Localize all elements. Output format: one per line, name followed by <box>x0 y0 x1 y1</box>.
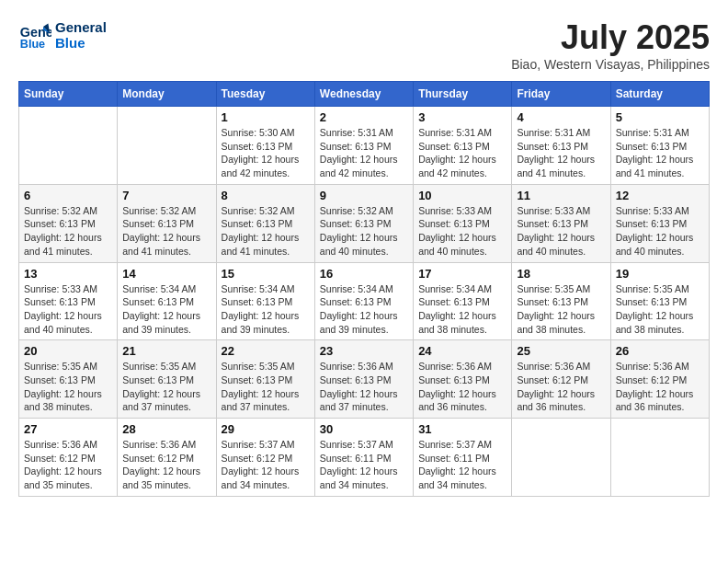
calendar-cell: 1Sunrise: 5:30 AMSunset: 6:13 PMDaylight… <box>216 107 314 185</box>
calendar-cell: 2Sunrise: 5:31 AMSunset: 6:13 PMDaylight… <box>314 107 413 185</box>
calendar-header-row: SundayMondayTuesdayWednesdayThursdayFrid… <box>19 82 710 107</box>
calendar-cell: 29Sunrise: 5:37 AMSunset: 6:12 PMDayligh… <box>216 419 314 497</box>
calendar-cell <box>512 419 610 497</box>
day-number: 4 <box>517 110 605 124</box>
calendar-cell: 14Sunrise: 5:34 AMSunset: 6:13 PMDayligh… <box>118 262 216 340</box>
calendar-week-row: 27Sunrise: 5:36 AMSunset: 6:12 PMDayligh… <box>19 419 710 497</box>
day-info: Sunrise: 5:36 AMSunset: 6:12 PMDaylight:… <box>24 438 112 492</box>
calendar-cell <box>118 107 216 185</box>
calendar-cell: 21Sunrise: 5:35 AMSunset: 6:13 PMDayligh… <box>118 340 216 419</box>
day-info: Sunrise: 5:37 AMSunset: 6:11 PMDaylight:… <box>320 438 408 492</box>
day-number: 28 <box>122 422 210 436</box>
day-number: 31 <box>418 422 506 436</box>
day-number: 8 <box>222 189 310 202</box>
day-info: Sunrise: 5:33 AMSunset: 6:13 PMDaylight:… <box>517 204 605 259</box>
day-info: Sunrise: 5:34 AMSunset: 6:13 PMDaylight:… <box>418 282 506 337</box>
calendar-cell: 20Sunrise: 5:35 AMSunset: 6:13 PMDayligh… <box>19 340 118 419</box>
day-info: Sunrise: 5:37 AMSunset: 6:12 PMDaylight:… <box>222 438 310 492</box>
month-title: July 2025 <box>511 18 710 57</box>
weekday-header: Thursday <box>414 82 512 107</box>
calendar-cell: 9Sunrise: 5:32 AMSunset: 6:13 PMDaylight… <box>314 184 413 262</box>
day-number: 25 <box>517 344 605 358</box>
day-number: 22 <box>222 344 310 358</box>
day-number: 29 <box>222 422 310 436</box>
day-info: Sunrise: 5:35 AMSunset: 6:13 PMDaylight:… <box>24 360 112 414</box>
day-number: 23 <box>320 344 408 358</box>
day-number: 10 <box>418 189 506 202</box>
day-info: Sunrise: 5:35 AMSunset: 6:13 PMDaylight:… <box>222 360 310 414</box>
calendar-cell: 26Sunrise: 5:36 AMSunset: 6:12 PMDayligh… <box>610 340 709 419</box>
day-info: Sunrise: 5:31 AMSunset: 6:13 PMDaylight:… <box>418 126 506 180</box>
day-info: Sunrise: 5:33 AMSunset: 6:13 PMDaylight:… <box>24 282 112 337</box>
calendar-cell: 25Sunrise: 5:36 AMSunset: 6:12 PMDayligh… <box>512 340 610 419</box>
weekday-header: Sunday <box>19 82 118 107</box>
calendar-cell: 17Sunrise: 5:34 AMSunset: 6:13 PMDayligh… <box>414 262 512 340</box>
calendar-week-row: 20Sunrise: 5:35 AMSunset: 6:13 PMDayligh… <box>19 340 710 419</box>
calendar-week-row: 1Sunrise: 5:30 AMSunset: 6:13 PMDaylight… <box>19 107 710 185</box>
day-info: Sunrise: 5:33 AMSunset: 6:13 PMDaylight:… <box>418 204 506 259</box>
day-number: 20 <box>24 344 112 358</box>
day-number: 3 <box>418 110 506 124</box>
day-number: 1 <box>222 110 310 124</box>
day-info: Sunrise: 5:36 AMSunset: 6:12 PMDaylight:… <box>616 360 704 414</box>
calendar-cell: 10Sunrise: 5:33 AMSunset: 6:13 PMDayligh… <box>414 184 512 262</box>
day-number: 11 <box>517 189 605 202</box>
location: Biao, Western Visayas, Philippines <box>511 57 710 72</box>
weekday-header: Monday <box>118 82 216 107</box>
calendar-cell: 6Sunrise: 5:32 AMSunset: 6:13 PMDaylight… <box>19 184 118 262</box>
weekday-header: Tuesday <box>216 82 314 107</box>
day-info: Sunrise: 5:34 AMSunset: 6:13 PMDaylight:… <box>320 282 408 337</box>
weekday-header: Friday <box>512 82 610 107</box>
calendar-cell <box>610 419 709 497</box>
day-number: 2 <box>320 110 408 124</box>
day-info: Sunrise: 5:30 AMSunset: 6:13 PMDaylight:… <box>222 126 310 180</box>
day-info: Sunrise: 5:35 AMSunset: 6:13 PMDaylight:… <box>122 360 210 414</box>
logo-icon: General Blue <box>18 18 51 52</box>
day-info: Sunrise: 5:36 AMSunset: 6:13 PMDaylight:… <box>418 360 506 414</box>
calendar-cell: 30Sunrise: 5:37 AMSunset: 6:11 PMDayligh… <box>314 419 413 497</box>
calendar-cell: 27Sunrise: 5:36 AMSunset: 6:12 PMDayligh… <box>19 419 118 497</box>
calendar-cell: 19Sunrise: 5:35 AMSunset: 6:13 PMDayligh… <box>610 262 709 340</box>
day-info: Sunrise: 5:37 AMSunset: 6:11 PMDaylight:… <box>418 438 506 492</box>
calendar-table: SundayMondayTuesdayWednesdayThursdayFrid… <box>18 81 710 497</box>
day-info: Sunrise: 5:31 AMSunset: 6:13 PMDaylight:… <box>320 126 408 180</box>
day-number: 12 <box>616 189 704 202</box>
calendar-cell: 24Sunrise: 5:36 AMSunset: 6:13 PMDayligh… <box>414 340 512 419</box>
day-number: 21 <box>122 344 210 358</box>
day-info: Sunrise: 5:32 AMSunset: 6:13 PMDaylight:… <box>320 204 408 259</box>
calendar-cell: 4Sunrise: 5:31 AMSunset: 6:13 PMDaylight… <box>512 107 610 185</box>
day-info: Sunrise: 5:36 AMSunset: 6:12 PMDaylight:… <box>122 438 210 492</box>
svg-text:Blue: Blue <box>20 38 45 51</box>
calendar-cell: 15Sunrise: 5:34 AMSunset: 6:13 PMDayligh… <box>216 262 314 340</box>
title-block: July 2025 Biao, Western Visayas, Philipp… <box>511 18 710 72</box>
calendar-cell: 18Sunrise: 5:35 AMSunset: 6:13 PMDayligh… <box>512 262 610 340</box>
day-number: 30 <box>320 422 408 436</box>
day-info: Sunrise: 5:34 AMSunset: 6:13 PMDaylight:… <box>122 282 210 337</box>
calendar-cell <box>19 107 118 185</box>
day-info: Sunrise: 5:36 AMSunset: 6:13 PMDaylight:… <box>320 360 408 414</box>
calendar-cell: 22Sunrise: 5:35 AMSunset: 6:13 PMDayligh… <box>216 340 314 419</box>
calendar-cell: 12Sunrise: 5:33 AMSunset: 6:13 PMDayligh… <box>610 184 709 262</box>
day-number: 15 <box>222 267 310 281</box>
day-number: 14 <box>122 267 210 281</box>
day-number: 5 <box>616 110 704 124</box>
day-number: 26 <box>616 344 704 358</box>
day-number: 18 <box>517 267 605 281</box>
weekday-header: Wednesday <box>314 82 413 107</box>
day-info: Sunrise: 5:32 AMSunset: 6:13 PMDaylight:… <box>222 204 310 259</box>
day-info: Sunrise: 5:31 AMSunset: 6:13 PMDaylight:… <box>616 126 704 180</box>
day-info: Sunrise: 5:34 AMSunset: 6:13 PMDaylight:… <box>222 282 310 337</box>
day-info: Sunrise: 5:36 AMSunset: 6:12 PMDaylight:… <box>517 360 605 414</box>
weekday-header: Saturday <box>610 82 709 107</box>
logo: General Blue General Blue <box>18 18 107 52</box>
day-number: 6 <box>24 189 112 202</box>
calendar-cell: 13Sunrise: 5:33 AMSunset: 6:13 PMDayligh… <box>19 262 118 340</box>
day-info: Sunrise: 5:35 AMSunset: 6:13 PMDaylight:… <box>517 282 605 337</box>
day-number: 16 <box>320 267 408 281</box>
calendar-cell: 7Sunrise: 5:32 AMSunset: 6:13 PMDaylight… <box>118 184 216 262</box>
calendar-week-row: 13Sunrise: 5:33 AMSunset: 6:13 PMDayligh… <box>19 262 710 340</box>
day-number: 27 <box>24 422 112 436</box>
day-info: Sunrise: 5:31 AMSunset: 6:13 PMDaylight:… <box>517 126 605 180</box>
calendar-cell: 5Sunrise: 5:31 AMSunset: 6:13 PMDaylight… <box>610 107 709 185</box>
logo-line1: General <box>55 19 107 35</box>
